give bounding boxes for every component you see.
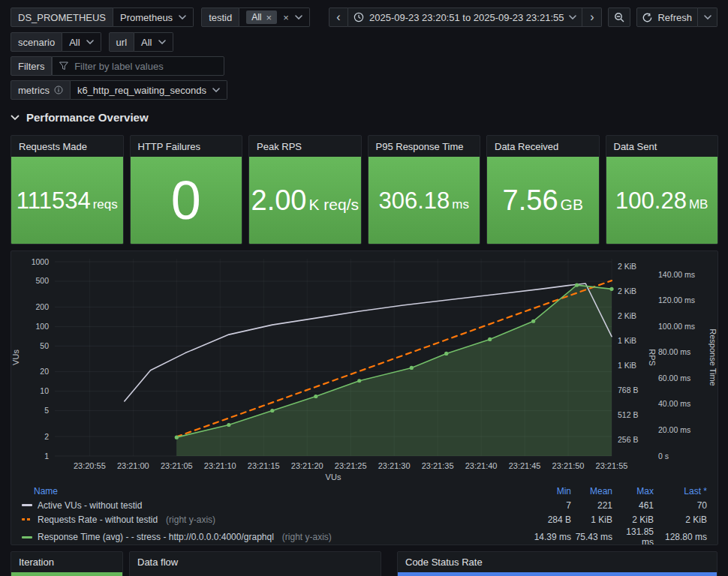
time-forward-button[interactable]: ›: [582, 8, 602, 27]
refresh-interval-button[interactable]: [698, 8, 717, 27]
metrics-label: metrics: [11, 80, 71, 100]
stat-unit: GB: [561, 196, 583, 212]
variables-left: DS_PROMETHEUS Prometheus testid All × ×: [11, 8, 317, 27]
datasource-label-text: DS_PROMETHEUS: [18, 12, 106, 23]
legend-col-name[interactable]: Name: [22, 486, 530, 496]
toolbar-row-4: metrics k6_http_req_waiting_seconds: [11, 80, 717, 100]
scenario-select[interactable]: All: [62, 32, 101, 52]
clock-icon: [353, 12, 364, 22]
svg-text:20: 20: [40, 367, 49, 376]
legend-name-cell: Requests Rate - without testid(right y-a…: [22, 514, 530, 525]
series-name[interactable]: Requests Rate - without testid: [38, 514, 158, 525]
stat-title: Peak RPS: [249, 136, 361, 157]
section-title: Performance Overview: [26, 111, 149, 124]
stat-panel-data-sent: Data Sent100.28MB: [606, 135, 719, 244]
stat-title: P95 Response Time: [369, 136, 480, 157]
svg-text:100.00 ms: 100.00 ms: [658, 322, 695, 331]
metrics-select[interactable]: k6_http_req_waiting_seconds: [71, 80, 227, 100]
time-range-text: 2025-09-23 23:20:51 to 2025-09-23 23:21:…: [369, 12, 564, 23]
url-label-text: url: [116, 37, 127, 48]
time-range-picker[interactable]: 2025-09-23 23:20:51 to 2025-09-23 23:21:…: [348, 8, 583, 27]
variable-datasource: DS_PROMETHEUS Prometheus: [11, 8, 194, 27]
last-value: 128.80 ms: [654, 532, 707, 542]
legend-col-mean[interactable]: Mean: [571, 486, 612, 496]
testid-selected-pill[interactable]: All ×: [246, 10, 277, 24]
svg-text:2: 2: [44, 432, 49, 441]
stat-value: 0: [171, 173, 201, 227]
mean-value: 75.43 ms: [571, 532, 612, 542]
time-picker-group: ‹ 2025-09-23 23:20:51 to 2025-09-23 23:2…: [329, 8, 603, 27]
panel-title: Data flow: [130, 552, 381, 572]
svg-text:1 KiB: 1 KiB: [618, 361, 636, 370]
scenario-value: All: [69, 37, 80, 48]
legend-col-max[interactable]: Max: [612, 486, 654, 496]
svg-text:23:21:50: 23:21:50: [552, 461, 585, 470]
metrics-label-text: metrics: [18, 85, 50, 96]
time-back-button[interactable]: ‹: [329, 8, 348, 27]
max-value: 131.85 ms: [612, 526, 654, 545]
stat-unit: ms: [452, 198, 469, 211]
series-name[interactable]: Response Time (avg) - - stress - http://…: [38, 532, 274, 542]
stat-value-area: 7.56GB: [487, 157, 599, 244]
stat-panels-row: Requests Made111534reqsHTTP Failures0Pea…: [11, 135, 718, 244]
chevron-down-icon: [569, 15, 576, 20]
svg-text:1 KiB: 1 KiB: [618, 336, 636, 345]
chevron-down-icon: [86, 40, 94, 44]
svg-text:2 KiB: 2 KiB: [618, 262, 636, 271]
chevron-down-icon: [158, 40, 166, 44]
section-performance-overview[interactable]: Performance Overview: [11, 111, 717, 124]
svg-text:23:21:05: 23:21:05: [161, 461, 193, 470]
zoom-out-button[interactable]: [608, 8, 630, 27]
datasource-select[interactable]: Prometheus: [113, 8, 194, 27]
clear-all-icon[interactable]: ×: [283, 13, 289, 22]
variable-testid: testid All × ×: [201, 8, 310, 27]
info-icon: [54, 86, 63, 94]
chevron-left-icon: ‹: [336, 11, 340, 23]
stat-value-area: 306.18ms: [369, 157, 480, 244]
svg-text:Response Time: Response Time: [708, 328, 717, 386]
legend-col-last[interactable]: Last *: [654, 486, 707, 496]
svg-text:RPS: RPS: [648, 349, 657, 366]
svg-text:100: 100: [35, 322, 49, 331]
max-value: 461: [612, 500, 654, 511]
stat-panel-http-failures: HTTP Failures0: [130, 135, 243, 244]
legend-name-cell: Response Time (avg) - - stress - http://…: [22, 532, 530, 542]
variable-metrics: metrics k6_http_req_waiting_seconds: [11, 80, 227, 100]
toolbar-row-3: Filters: [11, 56, 717, 76]
svg-text:512 B: 512 B: [618, 410, 638, 419]
mean-value: 221: [571, 500, 612, 511]
scenario-label: scenario: [11, 32, 62, 52]
filters-inputbox: [52, 56, 224, 76]
svg-text:VUs: VUs: [326, 472, 341, 482]
filters-label: Filters: [11, 56, 52, 76]
variable-scenario: scenario All: [11, 32, 101, 52]
refresh-button[interactable]: Refresh: [636, 8, 698, 27]
url-select[interactable]: All: [134, 32, 173, 52]
stat-unit: reqs: [93, 198, 118, 211]
stat-value: 111534: [17, 189, 91, 212]
iteration-stat-body: [11, 572, 122, 576]
zoom-out-icon: [614, 12, 624, 22]
svg-text:23:21:35: 23:21:35: [422, 461, 454, 470]
stat-unit: MB: [689, 198, 708, 211]
svg-text:23:21:00: 23:21:00: [117, 461, 149, 470]
svg-text:23:21:20: 23:21:20: [291, 461, 323, 470]
remove-value-icon[interactable]: ×: [266, 13, 272, 22]
legend-col-min[interactable]: Min: [530, 486, 571, 496]
legend-row: Active VUs - without testid722146170: [11, 498, 717, 512]
min-value: 284 B: [530, 514, 571, 525]
svg-text:20.00 ms: 20.00 ms: [658, 425, 690, 434]
refresh-icon: [642, 13, 652, 22]
svg-text:1000: 1000: [32, 257, 50, 266]
testid-select[interactable]: All × ×: [239, 8, 310, 27]
testid-label: testid: [201, 8, 239, 27]
svg-text:23:21:45: 23:21:45: [509, 461, 541, 470]
code-status-rate-body: [398, 572, 717, 576]
time-controls: ‹ 2025-09-23 23:20:51 to 2025-09-23 23:2…: [329, 8, 717, 27]
filter-input[interactable]: [74, 61, 217, 72]
series-name[interactable]: Active VUs - without testid: [38, 500, 142, 511]
timeseries-chart[interactable]: 23:20:5523:21:0023:21:0523:21:1023:21:15…: [11, 253, 717, 484]
last-value: 2 KiB: [654, 514, 707, 525]
svg-text:23:21:40: 23:21:40: [465, 461, 498, 470]
legend-row: Response Time (avg) - - stress - http://…: [11, 526, 717, 541]
